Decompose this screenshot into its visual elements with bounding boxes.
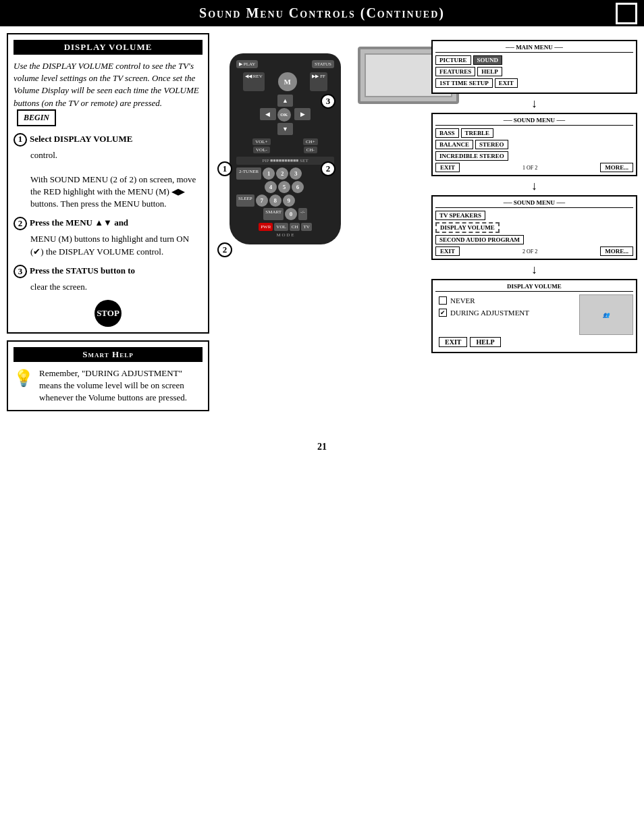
remote-rev-btn[interactable]: ◀◀ REV [243,72,265,91]
remote-tuner-btn[interactable]: 2-TUNER [236,167,261,180]
arrow-1: ↓ [431,97,637,109]
remote-area: 3 1 2 2 ▶ PLAY STATUS ◀◀ REV M ▶▶ FF [216,33,637,425]
remote-sleep-btn[interactable]: SLEEP [236,194,254,207]
step-3: 3 Press the STATUS button to clear the s… [14,265,203,293]
remote-m-btn[interactable]: M [278,72,297,91]
dv-exit-btn[interactable]: EXIT [439,337,467,347]
sm1-bass-btn[interactable]: BASS [435,128,459,138]
remote-vol-up[interactable]: VOL+ [252,138,270,145]
remote-tv-main[interactable]: TV [301,223,311,231]
display-volume-box: DISPLAY VOLUME Use the DISPLAY VOLUME co… [7,33,209,334]
step-3-body: clear the screen. [30,282,87,292]
sm2-exit-btn[interactable]: EXIT [435,246,460,256]
main-menu-screen: ── MAIN MENU ── PICTURE SOUND FEATURES H… [431,40,637,94]
sm2-tv-speakers-btn[interactable]: TV SPEAKERS [435,211,485,220]
main-menu-title: ── MAIN MENU ── [435,44,633,53]
step-2-header: Press the MENU ▲▼ and [30,217,128,229]
menu-exit-btn[interactable]: EXIT [495,78,518,88]
lightbulb-icon: 💡 [14,367,34,390]
sound-menu-1: ── SOUND MENU ── BASS TREBLE BALANCE STE… [431,113,637,176]
remote-ch-down[interactable]: CH- [304,147,317,153]
smart-help-content: 💡 Remember, "DURING ADJUSTMENT" means th… [14,367,203,405]
sm1-balance-btn[interactable]: BALANCE [435,140,473,149]
sm1-exit-btn[interactable]: EXIT [435,163,460,172]
remote-ok-btn[interactable]: OK [277,108,291,122]
sm2-second-audio-btn[interactable]: SECOND AUDIO PROGRAM [435,235,524,244]
sm1-more-btn[interactable]: MORE... [600,163,633,172]
step-bubble-1: 1 [217,161,232,176]
step-2: 2 Press the MENU ▲▼ and MENU (M) buttons… [14,217,203,257]
sound-menu-2: ── SOUND MENU ── TV SPEAKERS DISPLAY VOL… [431,195,637,260]
smart-help-box: Smart Help 💡 Remember, "DURING ADJUSTMEN… [7,340,209,411]
smart-help-text: Remember, "DURING ADJUSTMENT" means the … [39,367,203,405]
sm2-display-volume-btn[interactable]: DISPLAY VOLUME [435,222,500,233]
remote-9-btn[interactable]: 9 [283,194,295,207]
during-checkbox[interactable]: ✔ [439,309,447,317]
step-1-header: Select DISPLAY VOLUME [30,133,132,145]
remote-down-btn[interactable]: ▼ [277,123,294,135]
remote-play-btn[interactable]: ▶ PLAY [236,60,258,68]
remote-mode-label: M O D E [236,232,334,238]
step-1: 1 Select DISPLAY VOLUME control. With SO… [14,133,203,211]
menu-1st-setup-btn[interactable]: 1ST TIME SETUP [435,78,493,88]
sm1-footer: EXIT 1 OF 2 MORE... [435,163,633,172]
sound-menu-1-title: ── SOUND MENU ── [435,117,633,126]
remote-2-btn[interactable]: 2 [276,167,288,180]
dv-help-btn[interactable]: HELP [470,337,500,347]
sm1-treble-btn[interactable]: TREBLE [461,128,494,138]
left-column: DISPLAY VOLUME Use the DISPLAY VOLUME co… [7,33,209,425]
remote-6-btn[interactable]: 6 [292,181,304,193]
menu-picture-btn[interactable]: PICTURE [435,55,471,65]
remote-up-btn[interactable]: ▲ [277,95,294,107]
sm1-stereo-btn[interactable]: STEREO [475,140,508,149]
dv-during-option: ✔ DURING ADJUSTMENT [435,307,576,319]
step-1-number: 1 [14,133,27,147]
remote-body: ▶ PLAY STATUS ◀◀ REV M ▶▶ FF ▲ ◀ [230,53,341,244]
remote-4-btn[interactable]: 4 [265,181,277,193]
display-volume-title: DISPLAY VOLUME [14,40,203,55]
menu-features-btn[interactable]: FEATURES [435,67,475,76]
step-bubble-2b: 2 [321,161,336,176]
arrow-2: ↓ [431,180,637,192]
screens-column: ── MAIN MENU ── PICTURE SOUND FEATURES H… [431,40,637,353]
remote-power-btn[interactable]: PWR [259,223,273,231]
remote-right-btn[interactable]: ▶ [294,108,311,120]
page-number: 21 [0,432,644,456]
sm2-more-btn[interactable]: MORE... [600,246,633,256]
remote-vol-down[interactable]: VOL- [253,147,270,153]
remote-vol-main[interactable]: VOL [274,223,288,231]
step-3-number: 3 [14,265,27,278]
remote-ff-btn[interactable]: ▶▶ FF [310,72,327,91]
remote-1-btn[interactable]: 1 [263,167,275,180]
never-checkbox[interactable] [439,296,447,305]
during-label: DURING ADJUSTMENT [450,309,529,317]
step-3-header: Press the STATUS button to [30,265,135,277]
menu-help-btn[interactable]: HELP [477,67,502,76]
remote-left-btn[interactable]: ◀ [260,108,276,120]
menu-sound-btn[interactable]: SOUND [473,55,503,65]
intro-text: Use the DISPLAY VOLUME control to see th… [14,60,203,126]
stop-badge-area: STOP [14,300,203,327]
step-bubble-3: 3 [321,94,336,109]
step-2-body: MENU (M) buttons to highlight and turn O… [30,234,189,256]
remote-ch-main[interactable]: CH [290,223,300,231]
remote-dash-btn[interactable]: -/- [298,208,307,220]
remote-ch-up[interactable]: CH+ [303,138,318,145]
smart-help-title: Smart Help [14,347,203,362]
sm1-incredible-btn[interactable]: INCREDIBLE STEREO [435,151,508,161]
remote-smart-btn[interactable]: SMART [263,208,284,220]
remote-status-btn[interactable]: STATUS [312,60,334,68]
remote-pip-row: PIP ■■■■■■■■■■ SET [236,157,334,165]
header-title: Sound Menu Controls (Continued) [199,5,445,20]
dv-panel-title: DISPLAY VOLUME [435,283,633,292]
sound-menu-2-title: ── SOUND MENU ── [435,199,633,208]
remote-8-btn[interactable]: 8 [269,194,281,207]
sm1-page: 1 OF 2 [522,165,537,171]
remote-5-btn[interactable]: 5 [278,181,290,193]
remote-7-btn[interactable]: 7 [256,194,268,207]
step-1-detail: With SOUND MENU (2 of 2) on screen, move… [30,174,196,209]
step-bubble-2a: 2 [217,242,232,257]
people-illustration: 👥 [579,294,633,335]
remote-3-btn[interactable]: 3 [290,167,302,180]
remote-0-btn[interactable]: 0 [285,208,297,220]
